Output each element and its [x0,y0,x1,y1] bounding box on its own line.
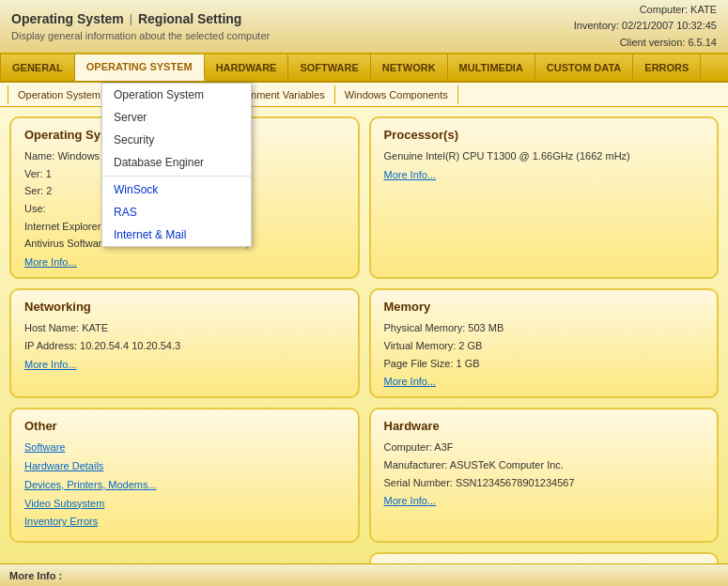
dropdown-item-operation-system[interactable]: Operation System [102,84,251,106]
os-sp-value: 2 [46,185,52,196]
card-hardware-title: Hardware [384,419,705,433]
tab-multimedia[interactable]: MULTIMEDIA [448,54,535,81]
hardware-more-info[interactable]: More Info... [384,495,705,506]
processors-more-info[interactable]: More Info... [384,169,705,180]
card-hardware: Hardware Computer: A3F Manufacturer: ASU… [369,408,720,543]
tab-errors[interactable]: ERRORS [633,54,701,81]
dropdown-item-server[interactable]: Server [102,106,251,129]
os-antivirus-label: Antivirus Software: [24,238,114,249]
sub-tab-windows-components[interactable]: Windows Components [335,85,458,104]
networking-more-info[interactable]: More Info... [24,359,345,370]
tab-network[interactable]: NETWORK [371,54,448,81]
other-link-hardware-details[interactable]: Hardware Details [24,457,345,476]
header-title: Operating System [11,11,124,26]
card-processors-title: Processor(s) [384,128,705,142]
card-other: Other Software Hardware Details Devices,… [9,408,360,543]
tab-software[interactable]: SOFTWARE [288,54,370,81]
memory-physical: Physical Memory: 503 MB [384,322,504,333]
card-networking: Networking Host Name: KATE IP Address: 1… [9,288,360,398]
header-info: Computer: KATE Inventory: 02/21/2007 10:… [574,2,717,52]
main-tab-bar: GENERAL OPERATING SYSTEM HARDWARE SOFTWA… [0,54,728,83]
other-link-software[interactable]: Software [24,439,345,457]
memory-pagefile: Page File Size: 1 GB [384,358,480,369]
card-memory-title: Memory [384,300,705,314]
os-sp-label: Ser: [24,185,46,196]
os-ie-label: Internet Explorer: [24,221,106,232]
tab-general[interactable]: GENERAL [0,54,75,81]
tab-operating-system[interactable]: OPERATING SYSTEM [75,54,205,81]
dropdown-item-security[interactable]: Security [102,129,251,151]
memory-more-info[interactable]: More Info... [384,376,705,387]
other-link-video[interactable]: Video Subsystem [24,495,345,514]
operating-system-dropdown: Operation System Server Security Databas… [101,83,252,247]
sub-tab-operation-system[interactable]: Operation System [8,85,111,104]
networking-ip: IP Address: 10.20.54.4 10.20.54.3 [24,340,180,351]
networking-hostname: Host Name: KATE [24,322,108,333]
other-link-inventory-errors[interactable]: Inventory Errors [24,513,345,532]
dropdown-item-database-enginer[interactable]: Database Enginer [102,151,251,174]
tab-hardware[interactable]: HARDWARE [205,54,289,81]
card-processors: Processor(s) Genuine Intel(R) CPU T1300 … [369,116,720,279]
card-networking-content: Host Name: KATE IP Address: 10.20.54.4 1… [24,319,345,354]
tab-bar-wrapper: GENERAL OPERATING SYSTEM HARDWARE SOFTWA… [0,54,728,83]
header-separator: | [130,12,132,25]
dropdown-item-winsock[interactable]: WinSock [102,178,251,201]
computer-label: Computer: KATE [574,2,717,19]
header-subtitle: Display general information about the se… [11,30,270,41]
card-other-content: Software Hardware Details Devices, Print… [24,439,345,532]
card-hardware-content: Computer: A3F Manufacturer: ASUSTeK Comp… [384,439,705,491]
memory-virtual: Virtual Memory: 2 GB [384,340,483,351]
card-processors-content: Genuine Intel(R) CPU T1300 @ 1.66GHz (16… [384,147,705,165]
tab-custom-data[interactable]: CUSTOM DATA [535,54,633,81]
dropdown-item-ras[interactable]: RAS [102,201,251,224]
hardware-manufacturer: Manufacturer: ASUSTeK Computer Inc. [384,459,564,470]
os-user-label: Use: [24,203,46,214]
more-info-label: More Info : [9,570,62,581]
os-more-info[interactable]: More Info... [24,256,345,268]
os-version-value: 1 [46,168,52,179]
processors-value: Genuine Intel(R) CPU T1300 @ 1.66GHz (16… [384,150,630,162]
header: Operating System | Regional Setting Disp… [0,0,728,54]
card-other-title: Other [24,419,345,433]
hardware-computer: Computer: A3F [384,441,454,453]
card-memory-content: Physical Memory: 503 MB Virtual Memory: … [384,319,705,372]
os-name-label: Name: [24,150,57,162]
card-memory: Memory Physical Memory: 503 MB Virtual M… [369,288,720,398]
other-link-devices[interactable]: Devices, Printers, Modems... [24,476,345,495]
header-section: Regional Setting [138,11,241,26]
dropdown-item-internet-mail[interactable]: Internet & Mail [102,224,251,246]
hardware-serial: Serial Number: SSN12345678901234567 [384,477,575,488]
client-label: Client version: 6.5.14 [574,35,717,52]
bottom-bar: More Info : [0,563,728,586]
inventory-label: Inventory: 02/21/2007 10:32:45 [574,18,717,35]
os-version-label: Ver: [24,168,46,179]
card-networking-title: Networking [24,300,345,314]
dropdown-divider [102,176,251,177]
header-left: Operating System | Regional Setting Disp… [11,11,270,41]
